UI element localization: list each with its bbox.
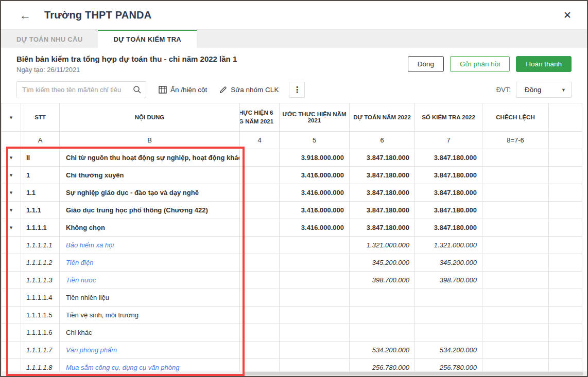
row-est-2021-value — [280, 324, 350, 342]
header-du-toan-2022: DỰ TOÁN NĂM 2022 — [350, 103, 415, 132]
row-col4-value — [240, 149, 280, 167]
row-check-2022-value: 3.847.180.000 — [415, 184, 482, 202]
header-caret-icon[interactable]: ▾ — [2, 103, 21, 132]
search-input[interactable] — [22, 86, 133, 94]
row-filler-cell — [549, 272, 582, 289]
row-check-2022-value: 1.321.000.000 — [415, 237, 482, 254]
header-uoc-thuc-hien: ƯỚC THỰC HIỆN NĂM 2021 — [280, 103, 350, 132]
row-budget-2022-value: 3.847.180.000 — [350, 149, 415, 167]
row-stt: 1.1.1.1.7 — [21, 342, 60, 359]
row-col4-value — [240, 324, 280, 342]
budget-table: ▾ STT NỘI DUNG HỰC HIỆN 6G NĂM 2021 ƯỚC … — [1, 103, 582, 376]
header-so-kiem-tra-2022: SỐ KIỂM TRA 2022 — [415, 103, 482, 132]
row-budget-2022-value — [350, 324, 415, 342]
row-col4-value — [240, 254, 280, 272]
row-col4-value — [240, 202, 280, 219]
close-button[interactable]: Đóng — [408, 56, 444, 72]
complete-button[interactable]: Hoàn thành — [516, 56, 572, 72]
row-budget-2022-value — [350, 289, 415, 307]
row-caret-empty — [2, 254, 21, 272]
chevron-down-icon: ▼ — [561, 87, 566, 93]
unit-label: ĐVT: — [496, 86, 511, 94]
row-budget-2022-value: 3.847.180.000 — [350, 219, 415, 237]
row-budget-2022-value: 1.321.000.000 — [350, 237, 415, 254]
send-feedback-button[interactable]: Gửi phản hồi — [450, 56, 510, 72]
edit-clk-group-button[interactable]: Sửa nhóm CLK — [219, 86, 279, 94]
row-expand-icon[interactable]: ▾ — [2, 219, 21, 237]
row-content: Không chọn — [60, 219, 240, 237]
more-options-button[interactable]: ⋮ — [289, 82, 305, 98]
row-caret-empty — [2, 307, 21, 324]
table-subheader-row: A B 4 5 6 7 8=7-6 — [2, 132, 582, 149]
row-stt: 1.1.1.1.1 — [21, 237, 60, 254]
row-diff-value — [482, 202, 549, 219]
table-row: 1.1.1.1.2Tiền điện345.200.000345.200.000 — [2, 254, 582, 272]
row-budget-2022-value: 345.200.000 — [350, 254, 415, 272]
row-content[interactable]: Bảo hiểm xã hội — [60, 237, 240, 254]
row-diff-value — [482, 272, 549, 289]
edit-clk-group-label: Sửa nhóm CLK — [231, 86, 279, 94]
row-filler-cell — [549, 289, 582, 307]
row-est-2021-value — [280, 254, 350, 272]
row-stt: 1.1 — [21, 184, 60, 202]
row-content[interactable]: Tiền điện — [60, 254, 240, 272]
row-filler-cell — [549, 202, 582, 219]
header-chech-lech: CHÊCH LỆCH — [482, 103, 549, 132]
back-arrow-icon[interactable]: ← — [20, 10, 31, 21]
row-est-2021-value: 3.416.000.000 — [280, 202, 350, 219]
header-noi-dung: NỘI DUNG — [60, 103, 240, 132]
row-col4-value — [240, 219, 280, 237]
row-check-2022-value: 3.847.180.000 — [415, 149, 482, 167]
row-diff-value — [482, 307, 549, 324]
row-col4-value — [240, 289, 280, 307]
row-content: Sự nghiệp giáo dục - đào tạo và dạy nghề — [60, 184, 240, 202]
table-row: 1.1.1.1.5Tiền vệ sinh, môi trường — [2, 307, 582, 324]
search-box — [16, 81, 146, 98]
scrollbar-thumb[interactable] — [244, 372, 583, 375]
page-title: Trường THPT PANDA — [44, 9, 151, 21]
row-expand-icon[interactable]: ▾ — [2, 149, 21, 167]
row-expand-icon[interactable]: ▾ — [2, 167, 21, 184]
close-icon[interactable]: ✕ — [560, 7, 575, 23]
horizontal-scrollbar[interactable] — [1, 371, 587, 376]
row-content: Tiền nhiên liệu — [60, 289, 240, 307]
row-expand-icon[interactable]: ▾ — [2, 184, 21, 202]
row-diff-value — [482, 167, 549, 184]
row-check-2022-value: 3.847.180.000 — [415, 219, 482, 237]
subheader-cell: 7 — [415, 132, 482, 149]
row-caret-empty — [2, 342, 21, 359]
row-check-2022-value — [415, 307, 482, 324]
row-check-2022-value: 534.200.000 — [415, 342, 482, 359]
row-check-2022-value — [415, 324, 482, 342]
tab-bar: DỰ TOÁN NHU CẦU DỰ TOÁN KIỂM TRA — [1, 29, 587, 48]
modal-window: ← Trường THPT PANDA ✕ DỰ TOÁN NHU CẦU DỰ… — [0, 0, 588, 377]
row-est-2021-value — [280, 307, 350, 324]
row-check-2022-value: 398.700.000 — [415, 272, 482, 289]
table-row: ▾1.1Sự nghiệp giáo dục - đào tạo và dạy … — [2, 184, 582, 202]
unit-select[interactable]: Đồng ▼ — [516, 82, 572, 98]
hide-show-columns-button[interactable]: Ẩn /hiện cột — [159, 86, 207, 94]
row-content[interactable]: Tiền nước — [60, 272, 240, 289]
hide-show-columns-label: Ẩn /hiện cột — [170, 86, 207, 94]
table-header-row: ▾ STT NỘI DUNG HỰC HIỆN 6G NĂM 2021 ƯỚC … — [2, 103, 582, 132]
row-check-2022-value: 3.847.180.000 — [415, 202, 482, 219]
row-filler-cell — [549, 307, 582, 324]
row-col4-value — [240, 237, 280, 254]
row-budget-2022-value — [350, 307, 415, 324]
subheader-cell: 6 — [350, 132, 415, 149]
row-est-2021-value: 3.416.000.000 — [280, 219, 350, 237]
row-est-2021-value — [280, 237, 350, 254]
row-content[interactable]: Văn phòng phẩm — [60, 342, 240, 359]
row-diff-value — [482, 237, 549, 254]
row-content: Giáo dục trung học phổ thông (Chương 422… — [60, 202, 240, 219]
tab-du-toan-nhu-cau[interactable]: DỰ TOÁN NHU CẦU — [1, 30, 98, 48]
row-diff-value — [482, 289, 549, 307]
row-diff-value — [482, 149, 549, 167]
row-est-2021-value: 3.416.000.000 — [280, 184, 350, 202]
row-expand-icon[interactable]: ▾ — [2, 202, 21, 219]
row-stt: II — [21, 149, 60, 167]
search-icon[interactable] — [133, 85, 142, 94]
tab-du-toan-kiem-tra[interactable]: DỰ TOÁN KIỂM TRA — [98, 30, 197, 48]
row-est-2021-value — [280, 289, 350, 307]
row-filler-cell — [549, 219, 582, 237]
